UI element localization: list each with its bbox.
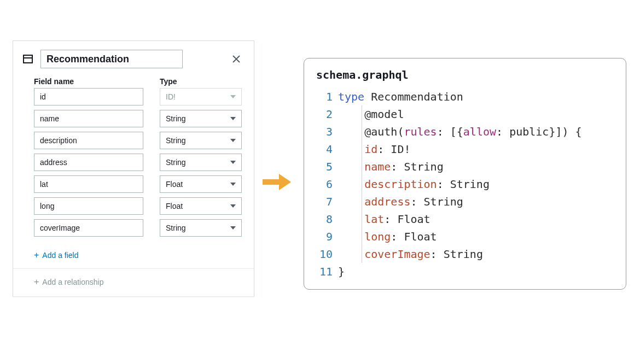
field-row: ID!	[34, 88, 254, 105]
line-number: 4	[304, 140, 333, 158]
model-editor-panel: Field name Type ID!StringStringStringFlo…	[13, 40, 254, 297]
code-lines: type Recommendation @model @auth(rules: …	[338, 88, 626, 280]
field-type-select: ID!	[160, 88, 242, 105]
line-number: 2	[304, 105, 333, 123]
field-type-select[interactable]: Float	[160, 175, 242, 193]
field-name-input[interactable]	[34, 88, 143, 105]
chevron-down-icon	[230, 139, 236, 142]
field-type-select[interactable]: String	[160, 154, 242, 171]
plus-icon: +	[34, 251, 39, 260]
field-name-input[interactable]	[34, 197, 143, 215]
add-field-button[interactable]: + Add a field	[13, 245, 254, 268]
field-type-label: String	[166, 158, 186, 167]
code-line: @model	[338, 105, 626, 123]
model-name-input[interactable]	[40, 50, 183, 68]
chevron-down-icon	[230, 183, 236, 186]
chevron-down-icon	[230, 161, 236, 164]
line-number: 6	[304, 175, 333, 193]
field-row: String	[34, 154, 254, 171]
column-type: Type	[160, 77, 242, 86]
schema-filename: schema.graphql	[304, 68, 626, 88]
field-type-select[interactable]: String	[160, 132, 242, 149]
line-number: 8	[304, 210, 333, 228]
chevron-down-icon	[230, 204, 236, 208]
code-line: }	[338, 263, 626, 280]
field-row: Float	[34, 197, 254, 215]
line-number: 11	[304, 263, 333, 280]
field-name-input[interactable]	[34, 154, 143, 171]
panel-header	[13, 41, 254, 74]
column-headers: Field name Type	[13, 74, 254, 88]
field-name-input[interactable]	[34, 132, 143, 149]
add-relationship-button[interactable]: + Add a relationship	[13, 268, 254, 296]
add-relationship-label: Add a relationship	[42, 278, 103, 286]
plus-icon: +	[34, 278, 39, 286]
line-number-gutter: 1234567891011	[304, 88, 338, 280]
code-line: @auth(rules: [{allow: public}]) {	[338, 123, 626, 140]
field-type-select[interactable]: Float	[160, 197, 242, 215]
code-line: id: ID!	[338, 140, 626, 158]
field-row: String	[34, 219, 254, 237]
close-button[interactable]	[230, 52, 243, 66]
code-line: name: String	[338, 158, 626, 175]
field-type-label: String	[166, 114, 186, 123]
arrow-icon	[263, 174, 291, 190]
code-body: 1234567891011 type Recommendation @model…	[304, 88, 626, 280]
field-name-input[interactable]	[34, 175, 143, 193]
code-line: coverImage: String	[338, 245, 626, 263]
field-type-select[interactable]: String	[160, 110, 242, 127]
column-field-name: Field name	[34, 77, 143, 86]
field-row: Float	[34, 175, 254, 193]
add-field-label: Add a field	[42, 251, 78, 260]
code-line: type Recommendation	[338, 88, 626, 105]
field-type-label: Float	[166, 180, 183, 189]
chevron-down-icon	[230, 226, 236, 230]
window-icon	[23, 55, 33, 63]
field-row: String	[34, 132, 254, 149]
field-type-label: String	[166, 136, 186, 145]
field-rows: ID!StringStringStringFloatFloatString	[13, 88, 254, 245]
line-number: 5	[304, 158, 333, 175]
field-type-select[interactable]: String	[160, 219, 242, 237]
field-row: String	[34, 110, 254, 127]
schema-code-panel: schema.graphql 1234567891011 type Recomm…	[304, 58, 626, 290]
line-number: 1	[304, 88, 333, 105]
line-number: 7	[304, 193, 333, 210]
code-line: lat: Float	[338, 210, 626, 228]
code-line: long: Float	[338, 228, 626, 245]
code-line: address: String	[338, 193, 626, 210]
line-number: 3	[304, 123, 333, 140]
field-type-label: String	[166, 224, 186, 232]
field-type-label: Float	[166, 202, 183, 210]
field-name-input[interactable]	[34, 110, 143, 127]
field-type-label: ID!	[166, 92, 176, 101]
chevron-down-icon	[230, 95, 236, 98]
close-icon	[232, 55, 241, 63]
line-number: 10	[304, 245, 333, 263]
line-number: 9	[304, 228, 333, 245]
chevron-down-icon	[230, 117, 236, 120]
field-name-input[interactable]	[34, 219, 143, 237]
code-line: description: String	[338, 175, 626, 193]
